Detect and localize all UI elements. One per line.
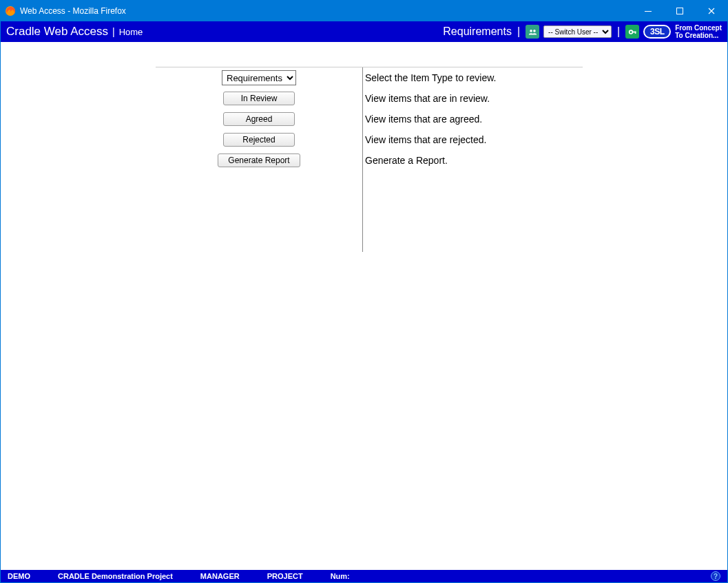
home-link[interactable]: Home [119,27,143,37]
window-title: Web Access - Mozilla Firefox [20,6,126,16]
status-num: Num: [331,572,350,580]
status-bar: DEMO CRADLE Demonstration Project MANAGE… [1,570,727,582]
rejected-button[interactable]: Rejected [223,133,295,147]
item-type-select[interactable]: Requirements [222,70,296,85]
svg-rect-2 [677,8,683,14]
switch-user-select[interactable]: -- Switch User -- [543,25,612,38]
desc-text: Generate a Report. [362,155,448,166]
svg-rect-1 [645,11,652,12]
separator: | [112,26,115,37]
firefox-icon [5,6,16,17]
agreed-button[interactable]: Agreed [223,112,295,126]
status-project-name: CRADLE Demonstration Project [58,572,173,580]
desc-text: View items that are rejected. [362,134,486,145]
key-icon[interactable] [625,25,639,39]
tagline: From Concept To Creation... [675,24,722,39]
app-header: Cradle Web Access | Home Requirements | … [1,21,727,42]
separator: | [616,25,621,38]
in-review-button[interactable]: In Review [223,92,295,105]
maximize-button[interactable] [664,1,696,21]
section-label: Requirements [443,25,512,38]
users-icon[interactable] [526,25,539,39]
window-titlebar: Web Access - Mozilla Firefox [1,1,727,21]
desc-text: View items that are agreed. [362,114,482,125]
desc-text: Select the Item Type to review. [362,72,496,83]
separator: | [516,25,521,38]
main-content: Requirements Select the Item Type to rev… [1,42,727,570]
close-button[interactable] [696,1,727,21]
generate-report-button[interactable]: Generate Report [218,153,300,167]
logo-3sl: 3SL [643,25,671,39]
svg-rect-7 [634,31,636,33]
app-title: Cradle Web Access [6,25,108,39]
status-demo: DEMO [8,572,30,580]
vertical-divider [362,67,363,252]
help-icon[interactable]: ? [711,571,720,581]
svg-point-4 [533,30,536,32]
minimize-button[interactable] [632,1,664,21]
status-manager: MANAGER [200,572,240,580]
status-project: PROJECT [267,572,303,580]
desc-text: View items that are in review. [362,93,490,104]
svg-point-3 [530,30,532,32]
